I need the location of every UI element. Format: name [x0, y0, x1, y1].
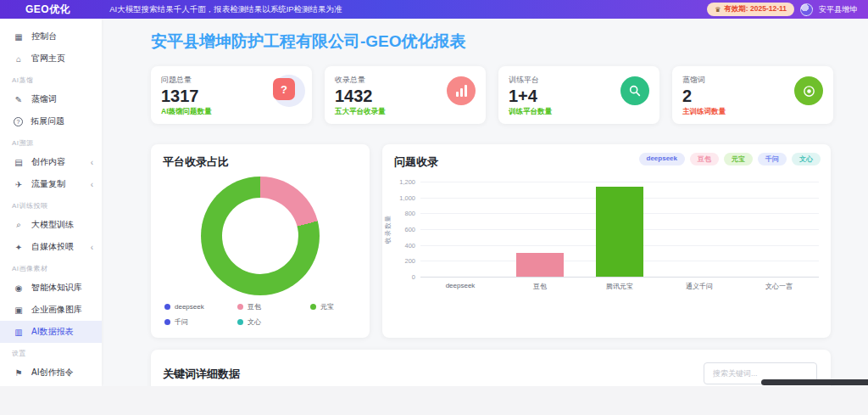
sidebar-item-model-training[interactable]: ⌕大模型训练: [0, 214, 102, 236]
stat-card-subtitle: AI蒸馏问题数量: [161, 107, 302, 117]
bars-container: [420, 182, 819, 277]
sidebar-item-agent-knowledge-base[interactable]: ◉智能体知识库: [0, 277, 102, 299]
sidebar-item-label: 大模型训练: [31, 219, 93, 231]
legend-dot-icon: [164, 304, 170, 310]
topbar-right: ♛ 有效期: 2025-12-11 安平县增坤: [707, 3, 868, 16]
stat-card: 收录总量1432五大平台收录量: [325, 66, 486, 124]
stat-card-subtitle: 五大平台收录量: [335, 107, 476, 117]
sidebar-item-console[interactable]: ▦控制台: [0, 25, 102, 48]
stat-card: 问题总量1317AI蒸馏问题数量?: [151, 66, 312, 124]
legend-dot-icon: [237, 304, 243, 310]
sidebar: ▦控制台⌂官网主页AI蒸馏✎蒸馏词?拓展问题AI溯源▤创作内容‹✈流量复制‹AI…: [0, 19, 102, 386]
section-settings: 设置: [0, 343, 102, 362]
tag-icon: ⚑: [14, 368, 24, 378]
horizontal-scrollbar-thumb[interactable]: [761, 379, 868, 385]
sidebar-item-create-content[interactable]: ▤创作内容‹: [0, 151, 102, 173]
x-axis-label: deepseek: [420, 282, 500, 291]
sidebar-item-label: 企业画像图库: [31, 304, 93, 316]
stat-card-subtitle: 主训练词数量: [682, 107, 823, 117]
platform-share-panel: 平台收录占比 deepseek豆包元宝千问文心: [151, 144, 370, 338]
bar-slot: [659, 182, 739, 277]
legend-dot-icon: [310, 304, 316, 310]
x-axis-label: 通义千问: [659, 282, 739, 291]
page-title: 安平县增坤防护工程有限公司-GEO优化报表: [151, 31, 466, 53]
sidebar-item-label: 控制台: [31, 31, 93, 42]
legend-chip-文心[interactable]: 文心: [792, 153, 821, 165]
sidebar-item-label: 拓展问题: [31, 115, 93, 127]
donut-hole: [222, 198, 298, 274]
sidebar-item-expand-questions[interactable]: ?拓展问题: [0, 110, 102, 132]
home-icon: ⌂: [14, 54, 24, 64]
x-axis-labels: deepseek豆包腾讯元宝通义千问文心一言: [420, 282, 819, 291]
report-icon: ▥: [14, 328, 24, 337]
sidebar-item-distill-words[interactable]: ✎蒸馏词: [0, 88, 102, 110]
legend-item-千问[interactable]: 千问: [164, 317, 237, 327]
robot-icon: ◉: [14, 283, 24, 293]
y-axis-tick: 200: [404, 257, 415, 265]
chevron-left-icon: ‹: [91, 243, 93, 252]
stat-card-subtitle: 训练平台数量: [509, 107, 649, 117]
sidebar-item-traffic-copy[interactable]: ✈流量复制‹: [0, 173, 102, 195]
y-axis-tick: 600: [404, 226, 415, 233]
crown-icon: ♛: [715, 6, 721, 14]
panel-title-pie: 平台收录占比: [163, 154, 229, 170]
legend-label: deepseek: [175, 303, 204, 311]
sidebar-item-label: 官网主页: [31, 53, 93, 64]
legend-chip-deepseek[interactable]: deepseek: [639, 153, 685, 165]
bar-chart-plot: 02004006008001,0001,200收录数量deepseek豆包腾讯元…: [420, 182, 819, 277]
legend-chip-元宝[interactable]: 元宝: [724, 153, 753, 165]
donut-chart: [201, 177, 320, 295]
target-icon: [794, 76, 823, 105]
legend-chip-豆包[interactable]: 豆包: [690, 153, 719, 165]
folder-icon: ▤: [14, 158, 24, 167]
y-axis-tick: 800: [404, 210, 415, 217]
gridline: [420, 277, 819, 278]
sidebar-item-label: 蒸馏词: [31, 93, 93, 105]
x-axis-label: 腾讯元宝: [580, 282, 659, 291]
section-ai-distill: AI蒸馏: [0, 70, 102, 88]
legend-label: 豆包: [248, 302, 261, 311]
sidebar-item-ai-command[interactable]: ⚑AI创作指令: [0, 362, 102, 384]
legend-label: 千问: [175, 317, 188, 327]
bar-slot: [420, 182, 500, 277]
search-refresh-icon: [620, 76, 649, 105]
y-axis-title: 收录数量: [384, 215, 392, 244]
sidebar-item-homepage[interactable]: ⌂官网主页: [0, 48, 102, 70]
main-content: 安平县增坤防护工程有限公司-GEO优化报表 问题总量1317AI蒸馏问题数量?收…: [102, 19, 868, 415]
search-icon: ⌕: [14, 220, 24, 230]
legend-item-豆包[interactable]: 豆包: [237, 302, 310, 311]
legend-item-元宝[interactable]: 元宝: [310, 302, 334, 311]
panel-title-bar: 问题收录: [394, 154, 438, 170]
bar-slot: [500, 182, 580, 277]
avatar[interactable]: [800, 3, 813, 16]
legend-dot-icon: [164, 319, 170, 325]
sidebar-item-label: 智能体知识库: [31, 282, 93, 294]
sidebar-item-label: 自媒体投喂: [31, 241, 83, 253]
app-logo: GEO优化: [25, 3, 70, 17]
stat-cards-row: 问题总量1317AI蒸馏问题数量?收录总量1432五大平台收录量训练平台1+4训…: [151, 66, 833, 124]
y-axis-tick: 1,000: [399, 193, 415, 201]
bar-chart-icon: ▦: [14, 32, 24, 42]
legend-item-文心[interactable]: 文心: [237, 317, 310, 327]
sidebar-item-ai-data-report[interactable]: ▥AI数据报表: [0, 321, 102, 343]
validity-label: 有效期: 2025-12-11: [724, 4, 787, 14]
bar-legend-chips: deepseek豆包元宝千问文心: [639, 153, 821, 165]
topbar: GEO优化 AI大模型搜索结果千人千面，报表检测结果以系统IP检测结果为准 ♛ …: [0, 0, 868, 19]
sidebar-item-label: AI创作指令: [31, 367, 93, 379]
sidebar-item-label: 流量复制: [31, 178, 83, 190]
legend-chip-千问[interactable]: 千问: [758, 153, 787, 165]
bar-slot: [580, 182, 659, 277]
legend-item-deepseek[interactable]: deepseek: [164, 302, 237, 311]
bar-豆包: [516, 253, 564, 277]
y-axis-tick: 400: [404, 241, 415, 249]
topbar-tagline: AI大模型搜索结果千人千面，报表检测结果以系统IP检测结果为准: [109, 4, 342, 15]
y-axis-tick: 0: [412, 273, 415, 281]
section-ai-training: AI训练投喂: [0, 195, 102, 214]
chevron-left-icon: ‹: [91, 158, 93, 167]
question-circle-icon: ?: [14, 117, 23, 126]
bar-slot: [739, 182, 819, 277]
sidebar-item-media-feed[interactable]: ✦自媒体投喂‹: [0, 236, 102, 258]
sidebar-item-enterprise-gallery[interactable]: ▣企业画像图库: [0, 299, 102, 321]
keywords-title: 关键词详细数据: [163, 367, 240, 382]
user-name[interactable]: 安平县增坤: [819, 4, 868, 15]
